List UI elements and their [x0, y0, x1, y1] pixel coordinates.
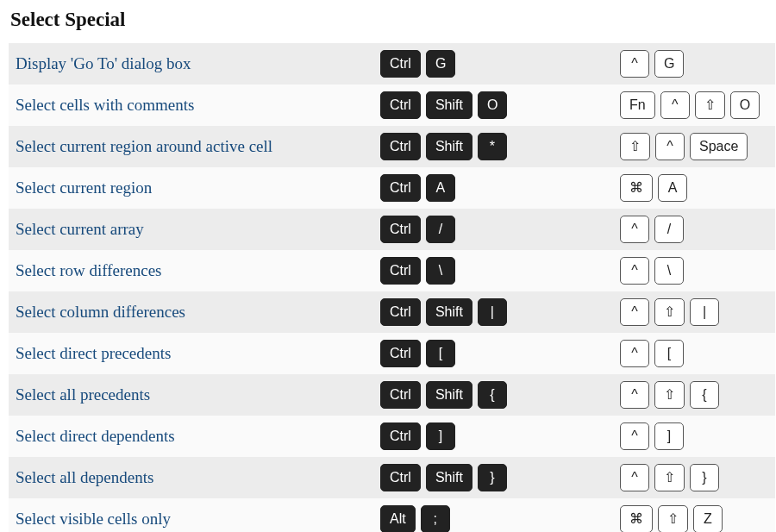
mac-shortcut-cell: ^[: [613, 333, 775, 374]
action-link-select-visible-cells-only[interactable]: Select visible cells only: [16, 510, 171, 528]
key-a: A: [658, 174, 687, 202]
key-o: O: [730, 91, 760, 119]
key-: [: [426, 340, 455, 367]
key-ctrl: Ctrl: [380, 216, 421, 243]
mac-keys: ⇧^Space: [620, 133, 768, 160]
key-: }: [690, 464, 719, 491]
table-row: Select all dependentsCtrlShift}^⇧}: [9, 457, 775, 498]
key-shift: Shift: [426, 298, 472, 326]
windows-shortcut-cell: Ctrl/: [373, 209, 613, 250]
action-link-select-all-precedents[interactable]: Select all precedents: [16, 385, 150, 404]
windows-keys: CtrlShift|: [380, 298, 606, 326]
mac-shortcut-cell: Fn^⇧O: [613, 84, 775, 126]
key-: ^: [620, 381, 649, 409]
key-shift: Shift: [426, 381, 472, 409]
action-cell: Select row differences: [9, 250, 373, 291]
key-: /: [654, 216, 684, 243]
key-alt: Alt: [380, 505, 416, 532]
table-row: Select current region around active cell…: [9, 126, 775, 167]
key-g: G: [654, 50, 684, 78]
mac-shortcut-cell: ^⇧|: [613, 291, 775, 333]
windows-shortcut-cell: CtrlA: [373, 167, 613, 209]
windows-shortcut-cell: CtrlG: [373, 43, 613, 84]
action-cell: Display 'Go To' dialog box: [9, 43, 373, 84]
key-ctrl: Ctrl: [380, 257, 421, 285]
table-row: Display 'Go To' dialog boxCtrlG^G: [9, 43, 775, 84]
key-ctrl: Ctrl: [380, 50, 421, 78]
windows-keys: Ctrl\: [380, 257, 606, 285]
table-row: Select direct dependentsCtrl]^]: [9, 416, 775, 457]
table-row: Select column differencesCtrlShift|^⇧|: [9, 291, 775, 333]
key-: [: [654, 340, 684, 367]
key-ctrl: Ctrl: [380, 91, 421, 119]
key-: ]: [426, 422, 455, 450]
mac-keys: ^⇧|: [620, 298, 768, 326]
key-: ⇧: [620, 133, 650, 160]
action-link-display-go-to-dialog-box[interactable]: Display 'Go To' dialog box: [16, 54, 191, 72]
key-: ^: [620, 216, 649, 243]
action-link-select-current-region-around-active-cell[interactable]: Select current region around active cell: [16, 137, 272, 155]
action-link-select-column-differences[interactable]: Select column differences: [16, 303, 185, 321]
table-row: Select cells with commentsCtrlShiftOFn^⇧…: [9, 84, 775, 126]
mac-shortcut-cell: ^G: [613, 43, 775, 84]
section-title: Select Special: [10, 9, 767, 31]
key-: ^: [620, 340, 649, 367]
action-link-select-direct-precedents[interactable]: Select direct precedents: [16, 344, 171, 362]
key-: ^: [620, 257, 649, 285]
key-: ;: [421, 505, 450, 532]
key-: ⇧: [695, 91, 725, 119]
key-g: G: [426, 50, 455, 78]
action-cell: Select current array: [9, 209, 373, 250]
windows-keys: CtrlA: [380, 174, 606, 202]
mac-shortcut-cell: ^/: [613, 209, 775, 250]
key-a: A: [426, 174, 455, 202]
key-z: Z: [693, 505, 723, 532]
windows-keys: Ctrl]: [380, 422, 606, 450]
windows-keys: CtrlShift}: [380, 464, 606, 491]
action-link-select-cells-with-comments[interactable]: Select cells with comments: [16, 96, 194, 114]
mac-keys: ⌘⇧Z: [620, 505, 768, 532]
key-: \: [426, 257, 455, 285]
action-cell: Select all precedents: [9, 374, 373, 416]
mac-keys: ⌘A: [620, 174, 768, 202]
key-ctrl: Ctrl: [380, 174, 421, 202]
mac-keys: Fn^⇧O: [620, 91, 768, 119]
mac-shortcut-cell: ^]: [613, 416, 775, 457]
table-row: Select row differencesCtrl\^\: [9, 250, 775, 291]
key-: {: [478, 381, 507, 409]
windows-keys: Alt;: [380, 505, 606, 532]
mac-keys: ^[: [620, 340, 768, 367]
key-: ⌘: [620, 174, 653, 202]
key-: ^: [620, 298, 649, 326]
action-link-select-current-region[interactable]: Select current region: [16, 178, 152, 197]
key-o: O: [478, 91, 507, 119]
action-link-select-row-differences[interactable]: Select row differences: [16, 261, 162, 279]
action-cell: Select all dependents: [9, 457, 373, 498]
key-ctrl: Ctrl: [380, 133, 421, 160]
mac-keys: ^/: [620, 216, 768, 243]
key-: ⇧: [654, 298, 685, 326]
action-link-select-direct-dependents[interactable]: Select direct dependents: [16, 427, 175, 445]
key-: ^: [620, 422, 649, 450]
key-: ]: [654, 422, 684, 450]
windows-keys: Ctrl/: [380, 216, 606, 243]
windows-shortcut-cell: Ctrl\: [373, 250, 613, 291]
windows-keys: CtrlShift{: [380, 381, 606, 409]
windows-shortcut-cell: CtrlShift}: [373, 457, 613, 498]
key-: |: [478, 298, 507, 326]
windows-shortcut-cell: Ctrl]: [373, 416, 613, 457]
mac-keys: ^\: [620, 257, 768, 285]
key-shift: Shift: [426, 91, 472, 119]
key-: |: [690, 298, 719, 326]
table-row: Select all precedentsCtrlShift{^⇧{: [9, 374, 775, 416]
key-: ^: [620, 464, 649, 491]
action-link-select-current-array[interactable]: Select current array: [16, 220, 144, 238]
action-link-select-all-dependents[interactable]: Select all dependents: [16, 468, 153, 486]
key-ctrl: Ctrl: [380, 422, 421, 450]
action-cell: Select direct precedents: [9, 333, 373, 374]
windows-shortcut-cell: Alt;: [373, 498, 613, 532]
key-: \: [654, 257, 684, 285]
key-: /: [426, 216, 455, 243]
mac-shortcut-cell: ^⇧}: [613, 457, 775, 498]
shortcut-table: Display 'Go To' dialog boxCtrlG^GSelect …: [9, 43, 775, 532]
